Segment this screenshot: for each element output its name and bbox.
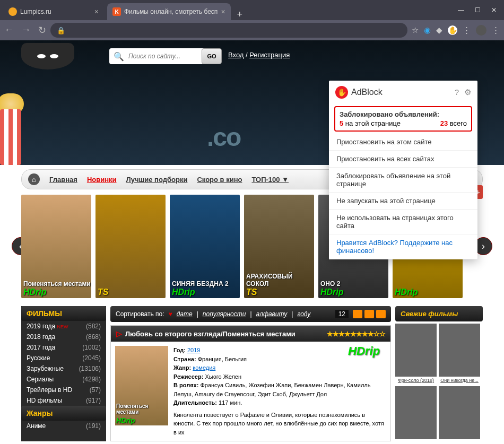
site-logo[interactable] bbox=[21, 43, 74, 69]
fresh-grid: Фри-соло (2018) Они никогда не... bbox=[395, 321, 483, 441]
nav-item-best[interactable]: Лучшие подборки bbox=[126, 176, 188, 184]
sidebar-item[interactable]: Русские(2045) bbox=[21, 353, 106, 363]
extension-icon[interactable]: ◉ bbox=[424, 25, 431, 35]
help-icon[interactable]: ? bbox=[455, 88, 459, 97]
sidebar-header-genres: Жанры bbox=[21, 406, 106, 421]
close-button[interactable]: ✕ bbox=[491, 6, 497, 14]
nav-item-new[interactable]: Новинки bbox=[87, 176, 117, 184]
profile-icon[interactable] bbox=[476, 25, 486, 36]
view-icons bbox=[353, 310, 386, 318]
maximize-button[interactable]: ☐ bbox=[475, 6, 481, 14]
sidebar-item[interactable]: Зарубежные(13106) bbox=[21, 363, 106, 374]
sort-bar: Сортировать по: ♥ дате | популярности | … bbox=[110, 306, 391, 322]
tab-lumpics[interactable]: Lumpics.ru × bbox=[3, 3, 104, 20]
sort-date[interactable]: дате bbox=[177, 310, 193, 318]
poster[interactable]: АРАХИСОВЫЙ СОКОЛTS bbox=[244, 195, 314, 298]
search-box: 🔍 bbox=[109, 48, 215, 64]
sidebar-item[interactable]: 2019 года NEW(582) bbox=[21, 321, 106, 332]
chrome-titlebar: Lumpics.ru × K Фильмы онлайн, смотреть б… bbox=[0, 0, 504, 20]
right-column: Свежие фильмы Фри-соло (2018) Они никогд… bbox=[395, 306, 483, 441]
fresh-item[interactable] bbox=[439, 386, 480, 439]
favicon-icon bbox=[8, 7, 17, 16]
close-icon[interactable]: × bbox=[221, 7, 225, 16]
reload-button[interactable]: ↻ bbox=[38, 24, 46, 36]
tab-films[interactable]: K Фильмы онлайн, смотреть бесп × bbox=[107, 3, 231, 20]
sort-alpha[interactable]: алфавиту bbox=[256, 310, 288, 318]
auth-links: Вход / Регистрация bbox=[228, 51, 290, 59]
movie-title-bar: ▷ Любовь со второго взгляда/Поменяться м… bbox=[111, 326, 390, 342]
nav-item-top[interactable]: ТОП-100 ▼ bbox=[251, 176, 289, 184]
poster[interactable]: СИНЯЯ БЕЗДНА 2HDrip bbox=[170, 195, 240, 298]
adblock-stats: Заблокировано объявлений: 5 на этой стра… bbox=[334, 106, 472, 132]
movie-poster[interactable]: Поменяться местами HDrip bbox=[115, 346, 168, 425]
sidebar-item[interactable]: 2017 года(1002) bbox=[21, 342, 106, 353]
adblock-pause-all[interactable]: Приостановить на всех сайтах bbox=[329, 151, 477, 168]
nav-item-home[interactable]: Главная bbox=[49, 176, 77, 184]
adblock-popup: ✋ AdBlock ? ⚙ Заблокировано объявлений: … bbox=[329, 81, 477, 259]
play-icon: ▷ bbox=[116, 329, 122, 338]
center-column: Сортировать по: ♥ дате | популярности | … bbox=[110, 306, 391, 441]
tabs-row: Lumpics.ru × K Фильмы онлайн, смотреть б… bbox=[0, 3, 450, 20]
toolbar-icons: ☆ ◉ ◆ ✋ ⋮ ⋮ bbox=[412, 25, 500, 36]
adblock-dont-use[interactable]: Не использовать на страницах этого сайта bbox=[329, 210, 477, 234]
fresh-item[interactable] bbox=[395, 386, 437, 439]
new-tab-button[interactable]: + bbox=[231, 9, 249, 20]
address-bar: ← → ↻ 🔒 ☆ ◉ ◆ ✋ ⋮ ⋮ bbox=[0, 20, 504, 40]
adblock-support-link[interactable]: Нравится AdBlock? Поддержите нас финансо… bbox=[329, 234, 477, 259]
forward-button[interactable]: → bbox=[21, 24, 31, 36]
poster[interactable]: Поменяться местамиHDrip bbox=[21, 195, 91, 298]
search-go-button[interactable]: GO bbox=[202, 48, 222, 64]
per-page-select[interactable]: 12 bbox=[335, 310, 349, 318]
adblock-icon[interactable]: ✋ bbox=[448, 25, 457, 35]
window-controls: — ☐ ✕ bbox=[450, 6, 504, 14]
movie-title[interactable]: Любовь со второго взгляда/Поменяться мес… bbox=[125, 330, 296, 338]
nav-item-soon[interactable]: Скоро в кино bbox=[197, 176, 242, 184]
search-icon: 🔍 bbox=[109, 51, 128, 62]
lock-icon: 🔒 bbox=[57, 27, 65, 34]
main-columns: ФИЛЬМЫ 2019 года NEW(582) 2018 года(868)… bbox=[21, 306, 483, 441]
sidebar-item[interactable]: Трейлеры в HD(57) bbox=[21, 385, 106, 395]
star-icon[interactable]: ☆ bbox=[412, 25, 419, 35]
favicon-icon: K bbox=[112, 7, 121, 16]
view-list-icon[interactable] bbox=[353, 310, 362, 318]
back-button[interactable]: ← bbox=[4, 24, 14, 36]
poster[interactable]: TS bbox=[95, 195, 166, 298]
popcorn-image bbox=[0, 109, 21, 165]
fresh-item[interactable]: Они никогда не... bbox=[439, 324, 480, 384]
register-link[interactable]: Регистрация bbox=[249, 51, 290, 59]
view-grid-icon[interactable] bbox=[364, 310, 374, 318]
home-icon[interactable]: ⌂ bbox=[28, 173, 40, 185]
sidebar-item[interactable]: Аниме(191) bbox=[21, 421, 106, 431]
sidebar-item[interactable]: Сериалы(4298) bbox=[21, 374, 106, 385]
fresh-item[interactable]: Фри-соло (2018) bbox=[395, 324, 437, 384]
url-field[interactable]: 🔒 bbox=[50, 23, 407, 38]
sort-label: Сортировать по: bbox=[116, 310, 164, 318]
adblock-pause-site[interactable]: Приостановить на этом сайте bbox=[329, 134, 477, 151]
movie-body: HDrip Поменяться местами HDrip Год: 2019… bbox=[111, 342, 390, 441]
menu-icon[interactable]: ⋮ bbox=[463, 25, 471, 35]
stats-title: Заблокировано объявлений: bbox=[340, 110, 467, 118]
domain-text: .co bbox=[207, 123, 240, 152]
fresh-poster bbox=[439, 324, 480, 377]
sidebar-header-films: ФИЛЬМЫ bbox=[21, 306, 106, 321]
adblock-block-ad[interactable]: Заблокировать объявление на этой страниц… bbox=[329, 168, 477, 193]
gear-icon[interactable]: ⚙ bbox=[464, 88, 471, 97]
movie-details: Год: 2019 Страна: Франция, Бельгия Жанр:… bbox=[173, 346, 386, 437]
close-icon[interactable]: × bbox=[94, 7, 99, 16]
menu-icon[interactable]: ⋮ bbox=[492, 25, 500, 35]
sidebar-item[interactable]: 2018 года(868) bbox=[21, 332, 106, 342]
sidebar: ФИЛЬМЫ 2019 года NEW(582) 2018 года(868)… bbox=[21, 306, 106, 441]
tab-title: Фильмы онлайн, смотреть бесп bbox=[124, 8, 218, 15]
extension-icon[interactable]: ◆ bbox=[436, 25, 442, 35]
sort-year[interactable]: году bbox=[297, 310, 310, 318]
login-link[interactable]: Вход bbox=[228, 51, 244, 59]
sort-pop[interactable]: популярности bbox=[203, 310, 246, 318]
rating-stars[interactable]: ★★★★★★★★☆☆ bbox=[327, 330, 385, 338]
sidebar-item[interactable]: HD фильмы(917) bbox=[21, 395, 106, 406]
quality-badge: HDrip bbox=[348, 344, 380, 358]
fresh-header: Свежие фильмы bbox=[395, 306, 483, 321]
page-content: 🔍 GO Вход / Регистрация .co ⌂ Главная Но… bbox=[0, 40, 504, 444]
minimize-button[interactable]: — bbox=[458, 6, 464, 14]
view-grid-icon[interactable] bbox=[376, 310, 386, 318]
adblock-dont-run[interactable]: Не запускать на этой странице bbox=[329, 193, 477, 210]
